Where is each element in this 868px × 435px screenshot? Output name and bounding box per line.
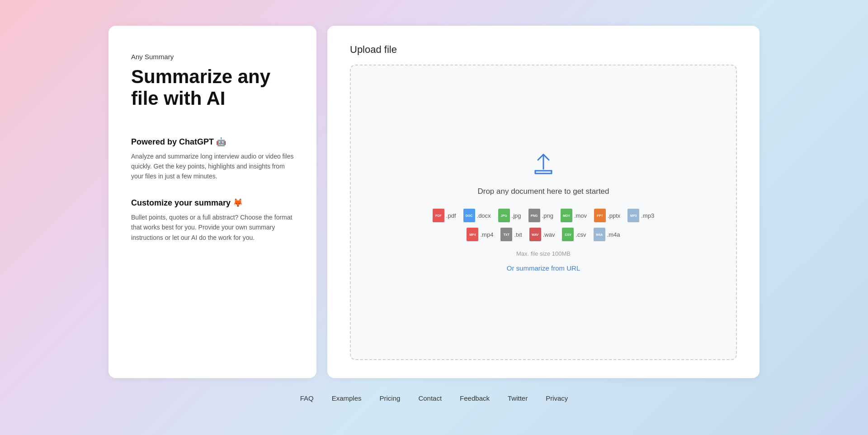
feature-chatgpt: Powered by ChatGPT 🤖 Analyze and summari… xyxy=(131,137,294,182)
file-type-item: MP3.mp3 xyxy=(627,209,654,222)
file-type-item: PNG.png xyxy=(528,209,553,222)
footer-link-feedback[interactable]: Feedback xyxy=(460,394,490,402)
left-panel: Any Summary Summarize any file with AI P… xyxy=(108,26,316,378)
main-content: Any Summary Summarize any file with AI P… xyxy=(108,26,760,378)
file-type-item: TXT.txt xyxy=(500,228,522,241)
footer-link-privacy[interactable]: Privacy xyxy=(546,394,568,402)
file-type-item: PDF.pdf xyxy=(433,209,456,222)
footer-link-twitter[interactable]: Twitter xyxy=(508,394,528,402)
file-type-item: M4A.m4a xyxy=(594,228,620,241)
file-type-item: WAV.wav xyxy=(529,228,555,241)
feature-customize: Customize your summary 🦊 Bullet points, … xyxy=(131,198,294,243)
file-type-item: CSV.csv xyxy=(562,228,586,241)
url-link[interactable]: Or summarize from URL xyxy=(507,264,580,272)
file-types-row-2: MP4.mp4TXT.txtWAV.wavCSV.csvM4A.m4a xyxy=(467,228,620,241)
max-size-text: Max. file size 100MB xyxy=(516,250,571,257)
feature-customize-title: Customize your summary 🦊 xyxy=(131,198,294,208)
file-type-item: JPG.jpg xyxy=(498,209,521,222)
footer: FAQExamplesPricingContactFeedbackTwitter… xyxy=(300,387,568,409)
file-type-item: PPT.pptx xyxy=(594,209,620,222)
app-name: Any Summary xyxy=(131,53,294,61)
drop-zone[interactable]: Drop any document here to get started PD… xyxy=(350,65,737,360)
footer-link-faq[interactable]: FAQ xyxy=(300,394,314,402)
file-type-item: MOV.mov xyxy=(561,209,587,222)
footer-link-contact[interactable]: Contact xyxy=(418,394,442,402)
upload-title: Upload file xyxy=(350,44,737,56)
feature-customize-desc: Bullet points, quotes or a full abstract… xyxy=(131,212,294,243)
upload-icon xyxy=(532,153,555,178)
footer-link-examples[interactable]: Examples xyxy=(332,394,362,402)
feature-chatgpt-title: Powered by ChatGPT 🤖 xyxy=(131,137,294,147)
file-type-item: MP4.mp4 xyxy=(467,228,493,241)
right-panel: Upload file Drop any document here to ge… xyxy=(327,26,760,378)
feature-chatgpt-desc: Analyze and summarize long interview aud… xyxy=(131,151,294,182)
file-type-item: DOC.docx xyxy=(463,209,491,222)
file-types-row-1: PDF.pdfDOC.docxJPG.jpgPNG.pngMOV.movPPT.… xyxy=(433,209,654,222)
footer-link-pricing[interactable]: Pricing xyxy=(380,394,401,402)
drop-text: Drop any document here to get started xyxy=(477,187,609,196)
main-title: Summarize any file with AI xyxy=(131,66,294,110)
